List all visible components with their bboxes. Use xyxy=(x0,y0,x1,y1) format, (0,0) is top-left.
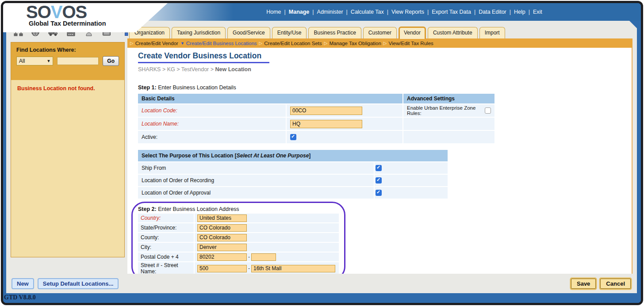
cancel-button[interactable]: Cancel xyxy=(600,279,631,289)
active-label: Active: xyxy=(138,131,286,143)
urban-zone-checkbox[interactable] xyxy=(485,107,491,114)
tab-good-service[interactable]: Good/Service xyxy=(227,27,270,38)
subnav-create-edit-business-locations[interactable]: ▼Create/Edit Business Locations xyxy=(180,41,257,46)
subnav-label: View/Edit Tax Rules xyxy=(389,41,433,46)
tab-taxing-jurisdiction[interactable]: Taxing Jurisdiction xyxy=(172,27,226,38)
step1-label: Step 1: xyxy=(138,84,157,91)
address-table: Country: State/Province: County: City: P… xyxy=(138,214,338,274)
nav-administer[interactable]: Administer xyxy=(317,9,343,15)
tab-entity-use[interactable]: Entity/Use xyxy=(272,27,307,38)
subnav-label: Create/Edit Location Sets xyxy=(264,41,322,46)
purpose-header-suffix: ] xyxy=(309,153,310,159)
step2-section: Step 2: Enter Business Location Address … xyxy=(138,206,338,274)
purpose-header: Select The Purpose of This Location [ Se… xyxy=(138,150,448,161)
county-input[interactable] xyxy=(197,234,247,241)
setup-default-locations-button[interactable]: Setup Default Locations... xyxy=(38,278,119,289)
step2-text: Enter Business Location Address xyxy=(158,206,239,212)
new-button[interactable]: New xyxy=(12,278,34,289)
nav-separator: | xyxy=(312,9,314,15)
purpose-table: Select The Purpose of This Location [ Se… xyxy=(138,150,448,199)
go-button[interactable]: Go xyxy=(103,56,119,66)
main-column: Organization Taxing Jurisdiction Good/Se… xyxy=(127,21,632,293)
state-province-label: State/Province: xyxy=(138,223,194,232)
basic-details-table: Basic Details Advanced Settings Location… xyxy=(138,94,494,143)
purpose-ship-from-label: Ship From xyxy=(138,162,374,174)
save-button[interactable]: Save xyxy=(571,279,596,289)
country-input[interactable] xyxy=(197,214,247,222)
tab-business-practice[interactable]: Business Practice xyxy=(308,27,361,38)
app-window: Home|Manage|Administer|Calculate Tax|Vie… xyxy=(1,1,643,305)
order-approval-checkbox[interactable] xyxy=(376,190,382,196)
location-code-input[interactable] xyxy=(290,107,362,115)
advanced-settings-header: Advanced Settings xyxy=(403,94,494,103)
nav-exit[interactable]: Exit xyxy=(533,9,542,15)
breadcrumb-prefix: SHARKS > KG > TestVendor > xyxy=(138,66,214,73)
tab-vendor[interactable]: Vendor xyxy=(399,27,426,39)
find-locations-panel: Find Locations Where: All ▼ Go Business … xyxy=(11,42,125,257)
nav-separator: | xyxy=(387,9,388,15)
main-content: Create Vendor Business Location SHARKS >… xyxy=(127,48,632,274)
dash-separator: - xyxy=(248,254,250,260)
empty-cell xyxy=(403,131,494,143)
arrow-right-icon: ▷ xyxy=(130,41,134,46)
logo-part: V xyxy=(51,2,62,22)
search-input[interactable] xyxy=(57,57,99,65)
tab-custom-attribute[interactable]: Custom Attribute xyxy=(428,27,478,38)
state-province-input[interactable] xyxy=(197,224,247,232)
breadcrumb: SHARKS > KG > TestVendor > New Location xyxy=(138,66,632,73)
purpose-order-approval-label: Location of Order of Approval xyxy=(138,187,374,199)
street-number-input[interactable] xyxy=(197,265,247,272)
postal-plus4-input[interactable] xyxy=(251,253,276,261)
nav-separator: | xyxy=(427,9,429,15)
subnav-create-edit-location-sets[interactable]: ▷Create/Edit Location Sets xyxy=(259,41,322,46)
ship-from-checkbox[interactable] xyxy=(376,165,382,171)
left-column: Find Locations Where: All ▼ Go Business … xyxy=(6,21,127,293)
nav-separator: | xyxy=(346,9,348,15)
nav-help[interactable]: Help xyxy=(514,9,525,15)
footer-right: Save Cancel xyxy=(127,274,632,293)
filter-dropdown[interactable]: All ▼ xyxy=(16,57,53,65)
nav-export-tax-data[interactable]: Export Tax Data xyxy=(432,9,471,15)
location-name-input[interactable] xyxy=(290,120,362,128)
location-code-label: Location Code: xyxy=(138,104,286,117)
find-locations-label: Find Locations Where: xyxy=(16,47,119,53)
top-nav: Home|Manage|Administer|Calculate Tax|Vie… xyxy=(168,3,641,21)
order-recording-checkbox[interactable] xyxy=(376,177,382,184)
nav-view-reports[interactable]: View Reports xyxy=(391,9,424,15)
nav-separator: | xyxy=(284,9,286,15)
status-bar: GTD V8.8.0 xyxy=(3,293,641,303)
active-checkbox[interactable] xyxy=(290,134,296,140)
street-name-input[interactable] xyxy=(251,265,335,272)
tab-import[interactable]: Import xyxy=(479,27,505,38)
city-label: City: xyxy=(138,243,194,252)
postal-code-label: Postal Code + 4 xyxy=(138,252,194,261)
find-locations-header: Find Locations Where: All ▼ Go xyxy=(11,42,124,78)
step1-text: Enter Business Location Details xyxy=(158,84,236,91)
subnav-view-edit-tax-rules[interactable]: ▷View/Edit Tax Rules xyxy=(383,41,433,46)
nav-manage[interactable]: Manage xyxy=(289,9,310,15)
app-surface: Find Locations Where: All ▼ Go Business … xyxy=(6,21,637,293)
street-label: Street # - Street Name: xyxy=(138,262,194,274)
subnav-label: Manage Tax Obligation xyxy=(329,41,381,46)
nav-calculate-tax[interactable]: Calculate Tax xyxy=(351,9,384,15)
nav-data-editor[interactable]: Data Editor xyxy=(479,9,506,15)
not-found-message: Business Location not found. xyxy=(17,85,118,92)
subnav-manage-tax-obligation[interactable]: ▷Manage Tax Obligation xyxy=(324,41,381,46)
dash-separator: - xyxy=(248,265,250,272)
postal-code-input[interactable] xyxy=(197,253,247,261)
arrow-down-icon: ▼ xyxy=(180,41,184,46)
arrow-right-icon: ▷ xyxy=(259,41,263,46)
arrow-right-icon: ▷ xyxy=(324,41,328,46)
step2-label: Step 2: xyxy=(138,206,157,212)
version-text: GTD V8.8.0 xyxy=(4,294,36,301)
tab-bar: Organization Taxing Jurisdiction Good/Se… xyxy=(127,21,632,38)
subnav-create-edit-vendor[interactable]: ▷Create/Edit Vendor xyxy=(130,41,178,46)
footer-left: New Setup Default Locations... xyxy=(6,274,127,293)
tab-customer[interactable]: Customer xyxy=(363,27,397,38)
location-name-label: Location Name: xyxy=(138,118,286,130)
empty-cell xyxy=(403,118,494,130)
nav-home[interactable]: Home xyxy=(266,9,281,15)
city-input[interactable] xyxy=(197,244,247,251)
step2-heading: Step 2: Enter Business Location Address xyxy=(138,206,338,212)
find-results-area: Business Location not found. xyxy=(11,78,124,257)
